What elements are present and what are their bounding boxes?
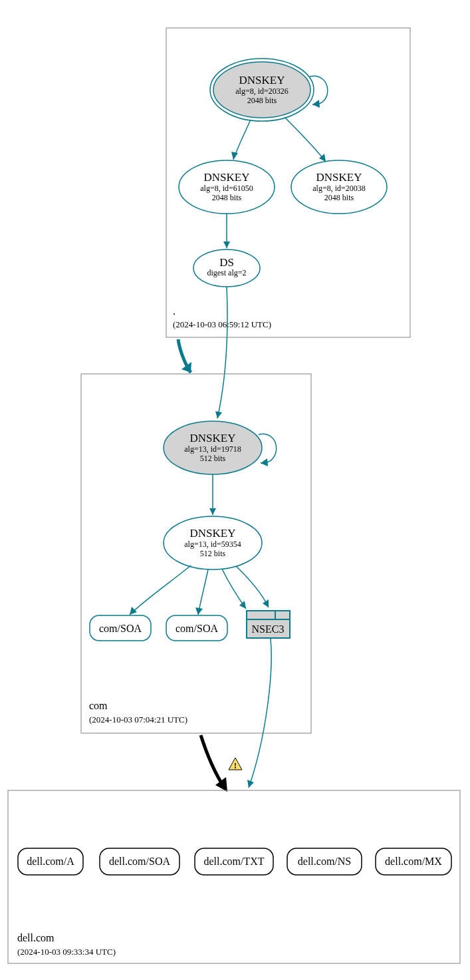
node-com-zsk-line2: alg=13, id=59354 (184, 540, 241, 549)
node-leaf-ns-label: dell.com/NS (298, 856, 351, 867)
arrow-comksk-selfloop (261, 458, 268, 466)
svg-rect-7 (247, 611, 290, 619)
node-com-zsk-title: DNSKEY (190, 527, 236, 540)
node-root-extra-title: DNSKEY (316, 171, 362, 184)
node-leaf-mx-label: dell.com/MX (385, 856, 442, 867)
arrow-comzsk-to-soa1 (130, 607, 137, 615)
node-root-ds-line2: digest alg=2 (207, 268, 246, 277)
zone-timestamp-leaf: (2024-10-03 09:33:34 UTC) (17, 947, 116, 957)
arrow-comzsk-to-nsec3-b (263, 599, 269, 607)
zone-label-leaf: dell.com (17, 932, 55, 943)
node-com-nsec3: NSEC3 (247, 611, 290, 638)
arrow-rootksk-to-rootzsk (231, 152, 238, 160)
node-root-zsk-title: DNSKEY (204, 171, 250, 184)
arrow-comksk-to-comzsk (209, 508, 216, 515)
arrow-comzone-to-leafzone (215, 777, 227, 792)
edge-comzsk-to-soa2 (198, 570, 208, 615)
node-com-soa1-label: com/SOA (99, 623, 142, 634)
edge-rootksk-to-rootextra (285, 117, 326, 162)
node-com-zsk-line3: 512 bits (200, 549, 226, 558)
arrow-ds-to-comksk (215, 411, 222, 418)
node-root-ksk-line2: alg=8, id=20326 (235, 86, 289, 96)
node-root-extra-line3: 2048 bits (324, 193, 354, 202)
node-root-zsk-line3: 2048 bits (212, 193, 242, 202)
node-com-zsk: DNSKEY alg=13, id=59354 512 bits (164, 516, 262, 570)
zone-box-leaf (8, 790, 460, 963)
svg-text:!: ! (234, 760, 237, 770)
node-root-ksk: DNSKEY alg=8, id=20326 2048 bits (210, 59, 314, 121)
node-root-extra-line2: alg=8, id=20038 (312, 184, 366, 193)
zone-timestamp-com: (2024-10-03 07:04:21 UTC) (89, 715, 187, 725)
zone-label-com: com (89, 700, 108, 711)
edge-ds-to-comksk (217, 287, 227, 418)
node-com-ksk-title: DNSKEY (190, 432, 236, 444)
node-com-ksk-line3: 512 bits (200, 454, 226, 463)
node-root-ksk-title: DNSKEY (239, 74, 285, 86)
edge-comzone-to-leafzone (201, 735, 224, 787)
arrow-root-ksk-selfloop (312, 100, 320, 108)
node-root-ds: DS digest alg=2 (193, 249, 260, 287)
node-com-nsec3-label: NSEC3 (252, 623, 285, 635)
node-root-extra: DNSKEY alg=8, id=20038 2048 bits (291, 160, 387, 214)
node-leaf-a-label: dell.com/A (27, 856, 74, 867)
zone-label-root: . (173, 305, 176, 317)
arrow-comzsk-to-nsec3-a (239, 601, 246, 609)
node-leaf-txt-label: dell.com/TXT (203, 856, 264, 867)
edge-nsec3-to-leaf (249, 639, 271, 788)
node-com-ksk-line2: alg=13, id=19718 (184, 444, 241, 454)
node-com-ksk: DNSKEY alg=13, id=19718 512 bits (164, 421, 262, 474)
node-root-zsk-line2: alg=8, id=61050 (200, 184, 253, 193)
zone-timestamp-root: (2024-10-03 06:59:12 UTC) (173, 319, 271, 329)
node-root-zsk: DNSKEY alg=8, id=61050 2048 bits (179, 160, 275, 214)
node-leaf-soa-label: dell.com/SOA (109, 856, 170, 867)
node-com-soa2-label: com/SOA (176, 623, 218, 634)
node-root-ksk-line3: 2048 bits (247, 96, 277, 105)
arrow-rootzsk-to-ds (223, 242, 230, 248)
node-root-ds-title: DS (219, 256, 234, 269)
warning-icon: ! (229, 758, 242, 770)
arrow-comzsk-to-soa2 (195, 607, 203, 615)
edge-comzsk-to-soa1 (130, 566, 191, 615)
